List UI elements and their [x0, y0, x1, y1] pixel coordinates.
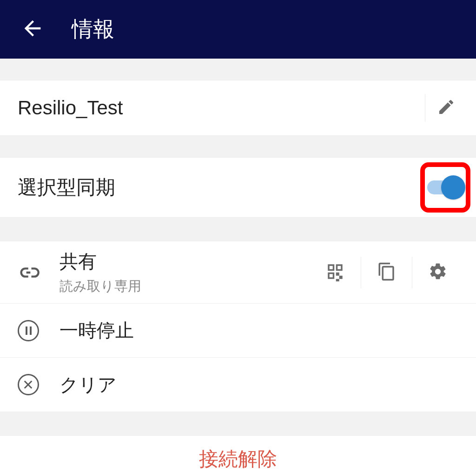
pencil-icon	[437, 98, 456, 118]
copy-button[interactable]	[361, 257, 412, 288]
pause-icon	[15, 320, 42, 341]
clear-row[interactable]: クリア	[0, 358, 476, 412]
selective-sync-toggle[interactable]	[427, 180, 463, 194]
qr-button[interactable]	[310, 257, 361, 288]
disconnect-row[interactable]: 接続解除	[0, 435, 476, 473]
pause-row[interactable]: 一時停止	[0, 304, 476, 358]
actions-section: 共有 読み取り専用 一時停止	[0, 241, 476, 412]
folder-name-label: Resilio_Test	[18, 97, 425, 119]
qr-icon	[325, 262, 345, 283]
back-arrow-icon[interactable]	[20, 16, 45, 42]
disconnect-label: 接続解除	[199, 446, 277, 472]
edit-button[interactable]	[425, 94, 457, 122]
share-title: 共有	[60, 249, 310, 274]
spacer	[0, 59, 476, 80]
clear-title: クリア	[60, 372, 463, 398]
close-icon	[15, 374, 42, 395]
copy-icon	[377, 262, 397, 283]
share-text: 共有 読み取り専用	[60, 249, 310, 296]
page-title: 情報	[72, 15, 114, 44]
share-actions	[310, 257, 463, 288]
share-row[interactable]: 共有 読み取り専用	[0, 241, 476, 304]
link-icon	[15, 260, 42, 285]
settings-button[interactable]	[412, 257, 463, 288]
app-header: 情報	[0, 0, 476, 59]
spacer	[0, 218, 476, 241]
selective-sync-row: 選択型同期	[0, 157, 476, 218]
folder-name-row: Resilio_Test	[0, 80, 476, 136]
toggle-thumb	[441, 175, 465, 200]
highlight-annotation	[420, 162, 470, 213]
share-subtitle: 読み取り専用	[60, 277, 310, 296]
spacer	[0, 136, 476, 157]
spacer	[0, 412, 476, 435]
selective-sync-label: 選択型同期	[18, 174, 115, 200]
gear-icon	[428, 262, 448, 283]
pause-title: 一時停止	[60, 318, 463, 343]
